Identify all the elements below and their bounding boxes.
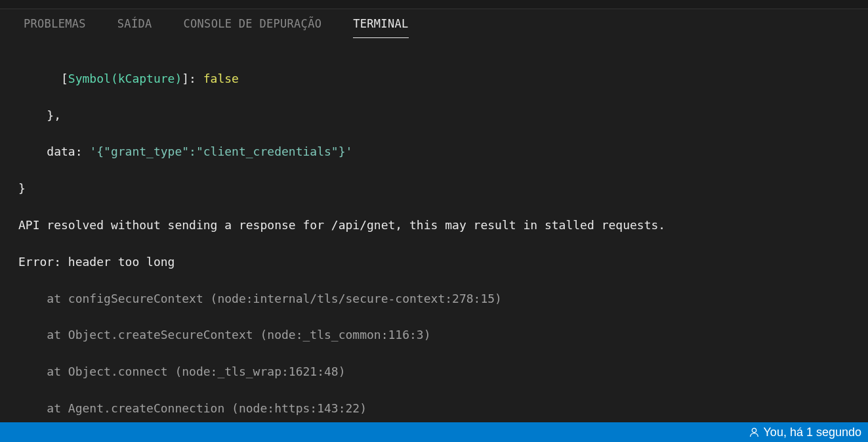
status-bar[interactable]: You, há 1 segundo: [0, 422, 868, 442]
terminal-line: data: '{"grant_type":"client_credentials…: [18, 143, 850, 161]
terminal-line: Error: header too long: [18, 253, 850, 271]
person-icon: [749, 426, 764, 439]
terminal-line: },: [18, 106, 850, 125]
tab-terminal[interactable]: TERMINAL: [353, 11, 408, 37]
terminal-line: }: [18, 179, 850, 198]
terminal-content[interactable]: [Symbol(kCapture)]: false }, data: '{"gr…: [0, 38, 868, 442]
tab-debug-console[interactable]: CONSOLE DE DEPURAÇÃO: [184, 11, 322, 37]
panel-tabs: PROBLEMAS SAÍDA CONSOLE DE DEPURAÇÃO TER…: [0, 9, 868, 38]
tab-output[interactable]: SAÍDA: [117, 11, 152, 37]
stack-line: at configSecureContext (node:internal/tl…: [18, 290, 850, 308]
top-border: [0, 0, 868, 9]
terminal-line: API resolved without sending a response …: [18, 216, 850, 234]
terminal-line: [Symbol(kCapture)]: false: [18, 70, 850, 88]
stack-line: at Object.connect (node:_tls_wrap:1621:4…: [18, 363, 850, 381]
stack-line: at Object.createSecureContext (node:_tls…: [18, 326, 850, 344]
tab-problems[interactable]: PROBLEMAS: [24, 11, 86, 37]
status-text: You, há 1 segundo: [764, 426, 861, 439]
stack-line: at Agent.createConnection (node:https:14…: [18, 399, 850, 418]
svg-point-0: [752, 428, 756, 432]
